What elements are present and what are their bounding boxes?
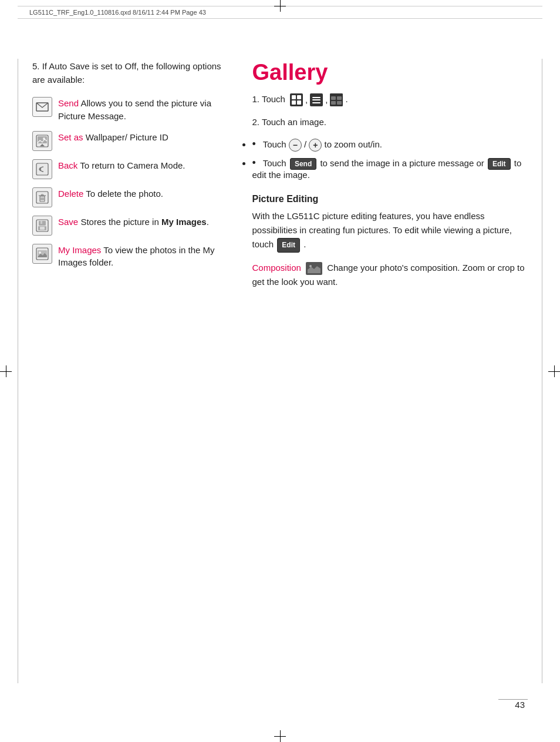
myimages-label: My Images: [58, 245, 101, 255]
crop-mark-bottom: [274, 730, 286, 742]
border-line-left: [18, 59, 18, 683]
send-edit-text-before: Touch: [263, 158, 289, 168]
gallery-icons: , ,: [290, 93, 343, 107]
right-column: Gallery 1. Touch , ,: [240, 60, 528, 636]
svg-rect-23: [337, 96, 342, 100]
picture-editing-section: Picture Editing With the LG511C picture …: [252, 194, 528, 253]
svg-point-20: [39, 251, 41, 254]
border-line-right: [542, 59, 542, 683]
back-label: Back: [58, 160, 77, 170]
send-option-text: Send Allows you to send the picture via …: [58, 97, 222, 123]
delete-option-text: Delete To delete the photo.: [58, 187, 163, 200]
send-icon: [32, 97, 52, 117]
grid-view-icon: [290, 93, 303, 106]
composition-icon: [306, 262, 322, 275]
back-description: To return to Camera Mode.: [80, 160, 185, 170]
back-icon: [32, 159, 52, 179]
save-label: Save: [58, 217, 78, 227]
zoom-plus-icon: +: [309, 139, 322, 152]
svg-rect-25: [337, 101, 342, 105]
gallery-step2: 2. Touch an image.: [252, 115, 528, 129]
send-label: Send: [58, 98, 79, 108]
folder-view-icon: [330, 93, 343, 106]
svg-rect-15: [41, 221, 42, 224]
svg-point-27: [309, 265, 312, 267]
crop-mark-top: [274, 0, 286, 12]
option-back: Back To return to Camera Mode.: [32, 159, 222, 179]
svg-rect-5: [36, 163, 48, 175]
option-myimages: My Images To view the photos in the My I…: [32, 244, 222, 270]
svg-rect-22: [331, 96, 336, 100]
my-images-ref: My Images: [161, 217, 207, 227]
bullet-dot: •: [252, 138, 255, 150]
option-setas: Set as Wallpaper/ Picture ID: [32, 131, 222, 151]
bullet-dot-2: •: [252, 157, 255, 169]
setas-label: Set as: [58, 132, 83, 142]
crop-mark-right: [548, 365, 560, 377]
send-button-label: Send: [290, 158, 316, 170]
send-description: Allows you to send the picture via Pictu…: [58, 98, 211, 121]
myimages-option-text: My Images To view the photos in the My I…: [58, 244, 222, 270]
zoom-minus-icon: −: [289, 139, 302, 152]
zoom-text-before: Touch: [263, 139, 289, 149]
back-option-text: Back To return to Camera Mode.: [58, 159, 185, 172]
crop-mark-left: [0, 365, 12, 377]
setas-description: Wallpaper/ Picture ID: [86, 132, 168, 142]
left-column: 5. If Auto Save is set to Off, the follo…: [32, 60, 240, 636]
delete-description: To delete the photo.: [86, 189, 163, 199]
header-file-info: LG511C_TRF_Eng1.0_110816.qxd 8/16/11 2:4…: [29, 9, 206, 16]
zoom-text-after: to zoom out/in.: [325, 139, 382, 149]
delete-icon: [32, 187, 52, 207]
setas-option-text: Set as Wallpaper/ Picture ID: [58, 131, 168, 144]
picture-editing-suffix: .: [303, 239, 306, 249]
gallery-title: Gallery: [252, 60, 528, 85]
option-delete: Delete To delete the photo.: [32, 187, 222, 207]
delete-label: Delete: [58, 189, 83, 199]
composition-section: Composition Change your photo's composit…: [252, 261, 528, 289]
step1-suffix: .: [346, 94, 348, 104]
save-description: Stores the picture in: [80, 217, 161, 227]
bullet-zoom: • Touch − / + to zoom out/in.: [252, 137, 528, 152]
list-view-icon: [310, 93, 323, 106]
picture-editing-title: Picture Editing: [252, 194, 528, 204]
step2-text: 2. Touch an image.: [252, 117, 326, 127]
svg-rect-24: [331, 101, 336, 105]
gallery-step1: 1. Touch , ,: [252, 92, 528, 107]
main-content: 5. If Auto Save is set to Off, the follo…: [0, 25, 560, 671]
edit-button-label: Edit: [488, 158, 511, 170]
option-save: Save Stores the picture in My Images.: [32, 216, 222, 236]
edit-inline-button: Edit: [277, 238, 300, 253]
picture-editing-body: With the LG511C picture editing features…: [252, 209, 528, 253]
save-option-text: Save Stores the picture in My Images.: [58, 216, 209, 229]
gallery-bullets: • Touch − / + to zoom out/in. • Touch Se…: [252, 137, 528, 180]
intro-text: 5. If Auto Save is set to Off, the follo…: [32, 60, 222, 86]
page-number: 43: [515, 700, 525, 710]
svg-rect-17: [40, 227, 45, 230]
step1-text: 1. Touch: [252, 94, 285, 104]
bullet-send-edit: • Touch Send to send the image in a pict…: [252, 156, 528, 180]
send-middle-text: to send the image in a picture message o…: [320, 158, 487, 168]
zoom-separator: /: [304, 139, 309, 149]
save-icon: [32, 216, 52, 236]
setas-icon: [32, 131, 52, 151]
option-send: Send Allows you to send the picture via …: [32, 97, 222, 123]
myimages-icon: [32, 244, 52, 264]
composition-label: Composition: [252, 263, 301, 273]
